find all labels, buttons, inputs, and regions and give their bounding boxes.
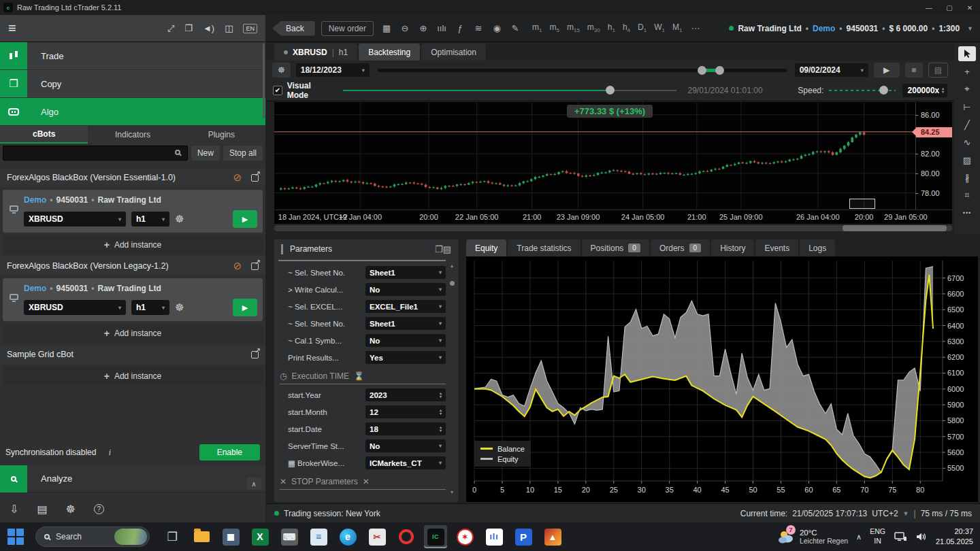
stepper-icons[interactable]: ▴▾ [440,409,442,416]
collapse-chevron-icon[interactable]: ∧ [246,478,261,490]
tab-indicators[interactable]: Indicators [88,126,176,144]
tab-plugins[interactable]: Plugins [178,126,265,144]
parameter-select[interactable]: Sheet1▾ [365,266,446,279]
speed-slider[interactable] [829,85,895,96]
snap-tool-icon[interactable]: ⊢ [958,99,976,114]
freehand-tool-icon[interactable]: ∿ [958,135,976,150]
sidebar-scrollbar[interactable] [263,44,265,118]
taskbar-app-matlab[interactable]: ▲ [541,525,564,548]
slider-handle[interactable] [879,86,888,95]
sidebar-item-algo[interactable]: Algo [0,98,265,125]
sidebar-item-copy[interactable]: ❐Copy [0,70,265,97]
backtest-settings-gear-icon[interactable]: ☸ [272,63,291,78]
taskbar-app-opera-browser[interactable] [395,525,418,548]
functions-icon[interactable]: ƒ [453,23,467,33]
pattern-tool-icon[interactable]: ▨ [958,152,976,167]
parameter-select[interactable]: ICMarkets_CT▾ [365,456,446,469]
parameter-select[interactable]: No▾ [365,439,446,452]
deposit-icon[interactable]: ⇩ [10,503,18,516]
taskbar-app-excel[interactable]: X [248,525,272,548]
share-icon[interactable] [251,174,259,182]
share-icon[interactable] [251,351,259,358]
sound-icon[interactable]: ◄) [203,23,214,33]
taskbar-app-ic-markets[interactable]: IC [424,525,447,548]
parameter-section-stop-parameters[interactable]: ✕STOP Parameters✕ [280,473,446,490]
help-icon[interactable]: ? [94,504,104,514]
tab-chart-xbrusd[interactable]: XBRUSD | h1 [274,44,357,61]
info-icon[interactable]: i [108,447,111,458]
scrollbar-thumb[interactable] [843,225,947,231]
more-tool-icon[interactable]: ••• [958,205,976,220]
cbot-instance-card[interactable]: Demo•9450031•Raw Trading LtdXBRUSD▾h1▾☸▶ [3,278,263,321]
taskbar-app-stats-app[interactable]: ılı [483,525,506,548]
save-backtest-button[interactable]: ▤ [928,63,948,78]
taskbar-app-calculator[interactable]: ▦ [219,525,242,548]
taskbar-app-stacked-windows[interactable]: ❐ [161,525,184,548]
minimize-button[interactable]: — [919,0,939,15]
cbot-instance-card[interactable]: Demo•9450031•Raw Trading LtdXBRUSD▾h1▾☸▶ [3,190,263,233]
taskbar-app-edge-browser[interactable]: e [336,525,359,548]
taskbar-app-notepad[interactable]: ≡ [307,525,330,548]
time-axis[interactable]: 18 Jan 2024, UTC+219 Jan 04:0020:0022 Ja… [274,210,952,224]
parameter-stepper[interactable]: 18▴▾ [365,422,446,435]
tab-optimisation[interactable]: Optimisation [421,44,486,61]
slider-handle-right[interactable] [715,66,724,75]
grid-tool-icon[interactable]: ⌗ [958,188,976,203]
fit-screen-icon[interactable]: ⤢ [167,23,174,34]
timeframe-D1[interactable]: D1 [638,22,647,33]
stepper-icons[interactable]: ▴▾ [440,426,442,433]
parameter-section-execution-time[interactable]: ◷Execution TIME⌛ [280,368,446,384]
scroll-down-icon[interactable]: ▾ [448,489,455,495]
instance-settings-gear-icon[interactable]: ☸ [175,301,184,314]
timeframe-m1[interactable]: m1 [532,22,542,33]
tray-chevron-icon[interactable]: ∧ [856,533,862,541]
end-date-select[interactable]: 09/02/2024 ▾ [795,63,868,77]
symbol-select[interactable]: XBRUSD▾ [24,300,126,315]
taskbar-app-file-explorer[interactable] [190,525,213,548]
parameter-select[interactable]: EXCEL_File1▾ [365,300,446,313]
save-icon[interactable]: ▤ [443,244,451,254]
more-timeframes-icon[interactable]: ⋯ [691,23,700,33]
scrollbar-thumb[interactable] [450,281,455,286]
tab-trade-statistics[interactable]: Trade statistics [508,239,580,256]
add-instance-button[interactable]: +Add instance [3,235,263,254]
tab-cbots[interactable]: cBots [0,126,88,144]
zoom-out-icon[interactable]: ⊖ [398,23,412,33]
enable-sync-button[interactable]: Enable [199,444,260,461]
timeframe-m30[interactable]: m30 [587,22,600,33]
channels-tool-icon[interactable]: ∦ [958,170,976,185]
plugins-icon[interactable]: ◫ [225,23,233,33]
chart-layout-icon[interactable]: ▦ [380,23,393,33]
settings-gear-icon[interactable]: ☸ [66,503,76,516]
timeframe-M1[interactable]: M1 [672,22,682,33]
cbot-header[interactable]: ForexAlgos BlackBox (Version Essential-1… [0,168,265,187]
chart-edit-icon[interactable]: ✎ [508,23,522,33]
sidebar-item-trade[interactable]: Trade [0,42,265,69]
parameters-scrollbar[interactable]: ▴ ▾ [448,263,455,495]
wallet-icon[interactable]: ▤ [37,503,47,516]
start-cbot-button[interactable]: ▶ [233,210,257,228]
tab-logs[interactable]: Logs [800,239,835,256]
zoom-in-icon[interactable]: ⊕ [416,23,430,33]
cloud-disabled-icon[interactable]: ⊘ [233,260,242,272]
volume-indicator-icon[interactable]: ıılı [435,23,448,33]
tab-backtesting[interactable]: Backtesting [359,44,420,61]
slider-handle-left[interactable] [698,66,706,75]
parameter-select[interactable]: Sheet1▾ [365,317,446,330]
pointer-tool-icon[interactable] [958,46,976,61]
timeframe-select[interactable]: h1▾ [131,300,169,315]
instance-settings-gear-icon[interactable]: ☸ [175,213,184,225]
parameter-select[interactable]: Yes▾ [365,351,446,364]
parameter-stepper[interactable]: 2023▴▾ [365,388,446,401]
price-chart[interactable]: +773.33 $ (+13%) [274,102,915,210]
parameter-select[interactable]: No▾ [365,334,446,347]
timeframe-m15[interactable]: m15 [567,22,580,33]
start-date-select[interactable]: 18/12/2023 ▾ [296,63,370,77]
equity-chart[interactable]: 0510152025303540455055606570758055005600… [466,256,978,502]
price-axis[interactable]: 86.0084.0082.0080.0078.0084.25 [915,102,952,210]
timezone[interactable]: UTC+2 [872,509,898,518]
parameter-stepper[interactable]: 12▴▾ [365,405,446,418]
play-backtest-button[interactable]: ▶ [874,63,900,78]
cbot-header[interactable]: Sample Grid cBot [0,345,265,364]
tab-equity[interactable]: Equity [466,239,506,256]
